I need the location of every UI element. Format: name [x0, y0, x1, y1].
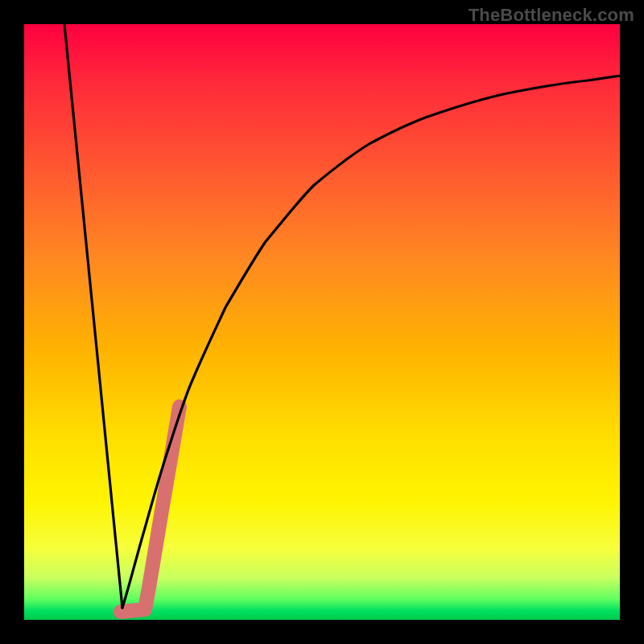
- plot-area: [24, 24, 620, 620]
- outer-frame: TheBottleneck.com: [0, 0, 644, 644]
- rising-curve: [122, 76, 620, 608]
- watermark-text: TheBottleneck.com: [469, 5, 634, 26]
- chart-svg: [24, 24, 620, 620]
- falling-line: [64, 24, 122, 608]
